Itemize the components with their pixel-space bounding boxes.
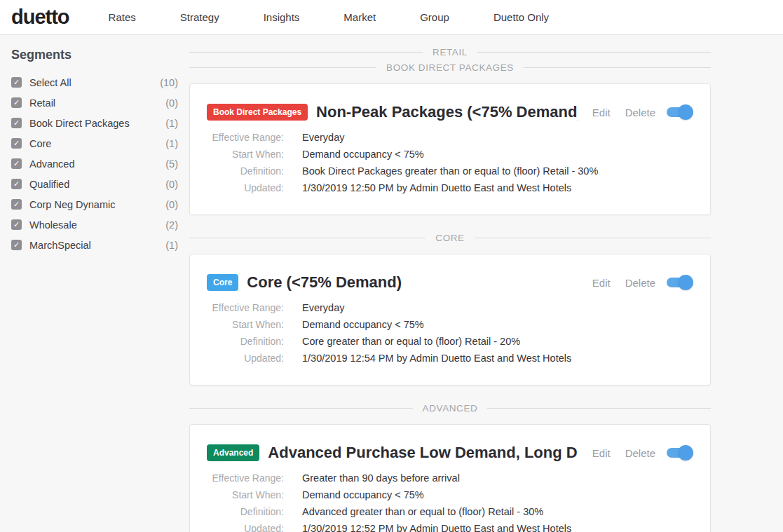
field-value: Demand occupancy < 75% (302, 146, 424, 163)
sidebar-item-advanced[interactable]: ✓ Advanced (5) (11, 154, 178, 174)
section-heading-retail: RETAIL (189, 44, 711, 60)
checkbox-checked-icon[interactable]: ✓ (11, 138, 22, 149)
segment-label: Qualified (29, 179, 165, 190)
checkbox-checked-icon[interactable]: ✓ (11, 199, 22, 210)
section-heading-advanced: ADVANCED (189, 400, 711, 416)
card-title: Advanced Purchase Low Demand, Long DBA (268, 444, 577, 462)
segment-label: Corp Neg Dynamic (29, 199, 165, 210)
card-header: Book Direct Packages Non-Peak Packages (… (207, 103, 693, 121)
page-body: Segments ✓ Select All (10) ✓ Retail (0) … (0, 35, 783, 532)
checkbox-checked-icon[interactable]: ✓ (11, 118, 22, 128)
nav-item-market[interactable]: Market (343, 11, 376, 23)
segment-label: Wholesale (29, 219, 165, 231)
checkbox-checked-icon[interactable]: ✓ (11, 179, 22, 189)
field-label: Updated: (207, 350, 284, 367)
field-value: Book Direct Packages greater than or equ… (302, 163, 598, 179)
checkbox-checked-icon[interactable]: ✓ (11, 219, 22, 230)
section-heading-label: BOOK DIRECT PACKAGES (376, 62, 524, 73)
field-value: 1/30/2019 12:52 PM by Admin Duetto East … (302, 520, 571, 532)
field-value: Core greater than or equal to (floor) Re… (302, 333, 520, 350)
delete-button[interactable]: Delete (625, 277, 655, 289)
field-label: Definition: (207, 503, 284, 520)
field-label: Start When: (207, 486, 284, 503)
segments-main-content: RETAIL BOOK DIRECT PACKAGES Book Direct … (189, 35, 711, 532)
field-start-when: Start When: Demand occupancy < 75% (207, 146, 693, 163)
field-value: 1/30/2019 12:50 PM by Admin Duetto East … (302, 179, 571, 196)
segments-sidebar: Segments ✓ Select All (10) ✓ Retail (0) … (0, 35, 189, 532)
segment-count: (2) (165, 219, 178, 231)
main-nav: Rates Strategy Insights Market Group Due… (109, 11, 594, 23)
card-actions: Edit Delete (578, 444, 693, 461)
segment-card-advanced-purchase: Advanced Advanced Purchase Low Demand, L… (189, 424, 711, 532)
field-effective-range: Effective Range: Greater than 90 days be… (207, 470, 693, 486)
nav-item-rates[interactable]: Rates (109, 11, 136, 23)
nav-item-insights[interactable]: Insights (264, 11, 300, 23)
card-actions: Edit Delete (578, 274, 693, 291)
checkbox-checked-icon[interactable]: ✓ (11, 158, 22, 169)
card-header: Core Core (<75% Demand) Edit Delete (207, 273, 693, 292)
field-updated: Updated: 1/30/2019 12:50 PM by Admin Due… (207, 179, 693, 196)
card-actions: Edit Delete (578, 104, 693, 121)
segment-type-badge: Core (207, 274, 238, 291)
nav-item-strategy[interactable]: Strategy (180, 11, 219, 23)
card-title: Non-Peak Packages (<75% Demand) (316, 103, 578, 121)
section-heading-label: CORE (425, 233, 474, 243)
checkbox-checked-icon[interactable]: ✓ (11, 97, 22, 108)
segment-count: (5) (165, 158, 178, 170)
section-heading-label: RETAIL (423, 47, 477, 57)
sidebar-item-marchspecial[interactable]: ✓ MarchSpecial (1) (11, 235, 178, 255)
segment-label: Advanced (29, 158, 165, 170)
segment-label: Core (29, 138, 165, 149)
segment-label: MarchSpecial (29, 240, 165, 251)
checkbox-checked-icon[interactable]: ✓ (11, 77, 22, 88)
section-heading-book-direct-packages: BOOK DIRECT PACKAGES (189, 60, 711, 75)
field-definition: Definition: Advanced greater than or equ… (207, 503, 693, 520)
duetto-logo[interactable]: duetto (11, 6, 69, 29)
field-label: Definition: (207, 163, 284, 179)
segment-count: (0) (165, 97, 178, 109)
segment-type-badge: Advanced (207, 444, 259, 461)
field-definition: Definition: Book Direct Packages greater… (207, 163, 693, 179)
edit-button[interactable]: Edit (592, 277, 611, 289)
sidebar-item-core[interactable]: ✓ Core (1) (11, 133, 178, 154)
segment-type-badge: Book Direct Packages (207, 104, 308, 121)
enable-toggle[interactable] (667, 104, 693, 121)
segment-label: Select All (29, 77, 160, 88)
sidebar-item-retail[interactable]: ✓ Retail (0) (11, 93, 178, 113)
field-value: Everyday (302, 299, 344, 316)
card-header: Advanced Advanced Purchase Low Demand, L… (207, 444, 693, 462)
sidebar-item-qualified[interactable]: ✓ Qualified (0) (11, 174, 178, 194)
field-label: Effective Range: (207, 129, 284, 146)
field-label: Updated: (207, 179, 284, 196)
sidebar-item-select-all[interactable]: ✓ Select All (10) (11, 72, 178, 93)
delete-button[interactable]: Delete (625, 447, 655, 459)
sidebar-item-book-direct-packages[interactable]: ✓ Book Direct Packages (1) (11, 113, 178, 133)
enable-toggle[interactable] (667, 274, 693, 291)
field-value: Advanced greater than or equal to (floor… (302, 503, 543, 520)
card-title: Core (<75% Demand) (247, 273, 577, 292)
nav-item-duetto-only[interactable]: Duetto Only (493, 11, 549, 23)
segment-count: (1) (165, 118, 178, 129)
field-label: Effective Range: (207, 299, 284, 316)
sidebar-item-corp-neg-dynamic[interactable]: ✓ Corp Neg Dynamic (0) (11, 194, 178, 214)
edit-button[interactable]: Edit (592, 447, 611, 459)
sidebar-item-wholesale[interactable]: ✓ Wholesale (2) (11, 214, 178, 235)
toggle-knob (678, 445, 693, 461)
enable-toggle[interactable] (667, 444, 693, 461)
nav-item-group[interactable]: Group (420, 11, 449, 23)
field-effective-range: Effective Range: Everyday (207, 299, 693, 316)
field-definition: Definition: Core greater than or equal t… (207, 333, 693, 350)
field-value: Everyday (302, 129, 344, 146)
segment-count: (1) (165, 138, 178, 149)
segment-card-core: Core Core (<75% Demand) Edit Delete Effe… (189, 254, 711, 386)
segment-card-non-peak-packages: Book Direct Packages Non-Peak Packages (… (189, 83, 711, 215)
field-updated: Updated: 1/30/2019 12:54 PM by Admin Due… (207, 350, 693, 367)
edit-button[interactable]: Edit (592, 107, 611, 118)
checkbox-checked-icon[interactable]: ✓ (11, 240, 22, 250)
segment-label: Retail (29, 97, 165, 109)
section-heading-core: CORE (189, 230, 711, 245)
field-label: Start When: (207, 316, 284, 333)
field-label: Effective Range: (207, 470, 284, 486)
delete-button[interactable]: Delete (625, 107, 655, 118)
field-value: Demand occupancy < 75% (302, 486, 424, 503)
